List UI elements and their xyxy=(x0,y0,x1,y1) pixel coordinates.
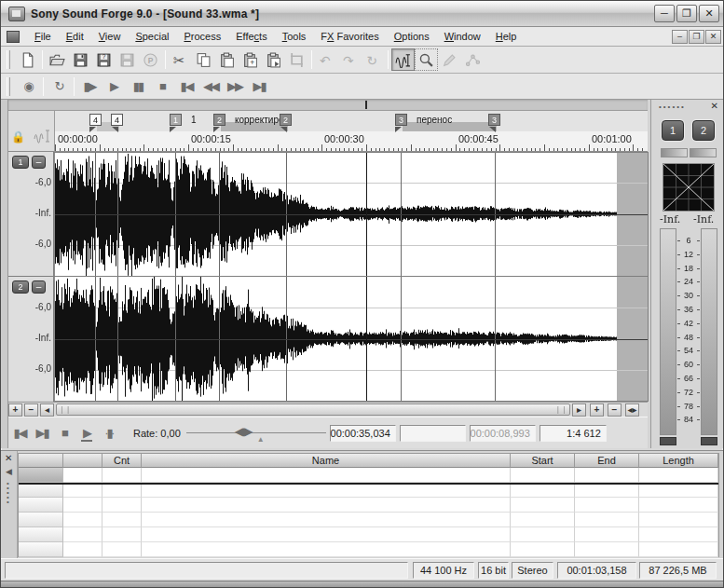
table-cell[interactable] xyxy=(19,468,63,483)
table-cell[interactable] xyxy=(575,513,639,527)
region-4-start-tag[interactable]: 4 xyxy=(89,114,102,126)
copy-icon[interactable] xyxy=(192,48,215,71)
menu-window[interactable]: Window xyxy=(437,28,488,45)
table-cell[interactable] xyxy=(511,483,575,498)
scrub-control-button[interactable]: ∙▮∙ xyxy=(98,423,120,444)
table-cell[interactable] xyxy=(63,513,102,527)
stop-button[interactable]: ■ xyxy=(150,76,174,97)
table-cell[interactable] xyxy=(63,542,102,557)
table-cell[interactable] xyxy=(142,513,511,527)
zoom-selection-button[interactable]: ◂▸ xyxy=(625,403,639,417)
table-cell[interactable] xyxy=(639,498,718,513)
paste-mix-icon[interactable] xyxy=(262,48,285,71)
zoom-in-time-button[interactable]: + xyxy=(590,403,604,417)
region-4-end-tag[interactable]: 4 xyxy=(111,114,123,126)
loop-playback-button[interactable]: ↻ xyxy=(47,76,71,97)
table-cell[interactable] xyxy=(102,527,142,542)
time-selection-display[interactable]: 00:00:08,993 xyxy=(470,425,536,442)
menu-file[interactable]: File xyxy=(27,28,59,45)
scroll-right-button[interactable]: ▸ xyxy=(572,403,586,417)
table-cell[interactable] xyxy=(575,542,639,557)
cut-icon[interactable]: ✂ xyxy=(169,48,192,71)
channel-1-minimize-button[interactable]: – xyxy=(32,156,46,169)
zoom-ratio-display[interactable]: 1:4 612 xyxy=(540,425,607,442)
lock-icon[interactable]: 🔒 xyxy=(11,130,25,144)
table-cell[interactable] xyxy=(142,527,511,542)
edit-tool-icon[interactable] xyxy=(391,48,415,71)
menu-effects[interactable]: Effects xyxy=(228,28,274,45)
paste-new-icon[interactable]: + xyxy=(239,48,262,71)
time-ruler[interactable]: 00:00:0000:00:1500:00:3000:00:4500:01:00 xyxy=(54,131,648,152)
play-button[interactable]: ▶ xyxy=(102,76,126,97)
rate-slider[interactable]: ◀◆▶▲ xyxy=(186,423,326,444)
region-3-end-tag[interactable]: 3 xyxy=(488,114,500,126)
table-cell[interactable] xyxy=(19,527,63,542)
table-cell[interactable] xyxy=(639,542,718,557)
doc-minimize-button[interactable]: – xyxy=(672,30,688,44)
menu-fx-favorites[interactable]: FX Favorites xyxy=(313,28,386,45)
table-cell[interactable] xyxy=(63,527,102,542)
menu-process[interactable]: Process xyxy=(176,28,228,45)
table-cell[interactable] xyxy=(63,468,102,483)
channel-divider[interactable] xyxy=(8,276,648,277)
open-icon[interactable] xyxy=(46,48,69,71)
panel-grip[interactable]: •••••• xyxy=(659,103,686,111)
magnify-icon[interactable] xyxy=(415,48,438,71)
doc-close-button[interactable]: ✕ xyxy=(705,30,721,44)
regions-grip[interactable]: ••••• xyxy=(7,481,9,504)
region-3-start-tag[interactable]: 3 xyxy=(395,114,407,126)
table-cell[interactable] xyxy=(102,542,142,557)
table-cell[interactable] xyxy=(511,527,575,542)
toolbar-grip[interactable] xyxy=(7,50,10,69)
table-cell[interactable] xyxy=(102,513,142,527)
rewind-button[interactable]: ◀◀ xyxy=(198,76,223,97)
channel-2-minimize-button[interactable]: – xyxy=(32,280,46,294)
maximize-button[interactable]: ❐ xyxy=(676,5,697,22)
menu-options[interactable]: Options xyxy=(387,28,437,45)
meter-channel-2-button[interactable]: 2 xyxy=(692,120,715,141)
column-header-Cnt[interactable]: Cnt xyxy=(102,454,142,468)
column-header-Start[interactable]: Start xyxy=(511,454,575,468)
pause-button[interactable]: ▮▮ xyxy=(126,76,150,97)
table-cell[interactable] xyxy=(639,468,718,483)
time-box2-display[interactable] xyxy=(400,425,466,442)
edit-tool-icon[interactable] xyxy=(33,129,51,144)
panel-close-icon[interactable]: ✕ xyxy=(711,101,718,111)
table-cell[interactable] xyxy=(102,468,142,483)
zoom-out-time-button[interactable]: − xyxy=(608,403,622,417)
column-header-Name[interactable]: Name xyxy=(142,454,511,468)
go-to-start-button[interactable]: ▮◀ xyxy=(174,76,198,97)
time-position-display[interactable]: 00:00:35,034 xyxy=(330,425,396,442)
menu-edit[interactable]: Edit xyxy=(59,28,91,45)
table-cell[interactable] xyxy=(102,498,142,513)
channel-2-button[interactable]: 2 xyxy=(12,280,29,294)
scrollbar-thumb[interactable] xyxy=(56,403,570,416)
table-cell[interactable] xyxy=(19,542,63,557)
paste-icon[interactable] xyxy=(215,48,239,71)
table-cell[interactable] xyxy=(639,483,718,498)
column-header-blank-0[interactable] xyxy=(19,454,63,468)
table-cell[interactable] xyxy=(511,498,575,513)
zoom-out-vertical-button[interactable]: − xyxy=(24,403,38,417)
play-all-button[interactable]: ▮▶ xyxy=(77,76,102,97)
transport-grip[interactable] xyxy=(7,77,10,96)
go-to-start-button[interactable]: ▮◀ xyxy=(8,423,31,444)
pencil-icon[interactable] xyxy=(438,48,461,71)
close-button[interactable]: ✕ xyxy=(699,5,719,22)
forward-button[interactable]: ▶▶ xyxy=(223,76,247,97)
channel-1-waveform[interactable] xyxy=(54,152,649,276)
menu-view[interactable]: View xyxy=(91,28,129,45)
overview-bar[interactable] xyxy=(8,100,648,111)
trim-icon[interactable] xyxy=(285,48,308,71)
undo-icon[interactable]: ↶ xyxy=(315,48,338,71)
region-2-start-tag[interactable]: 2 xyxy=(213,114,225,126)
overview-cursor[interactable] xyxy=(365,101,367,109)
table-cell[interactable] xyxy=(102,483,142,498)
redo-icon[interactable]: ↷ xyxy=(338,48,362,71)
save-icon[interactable] xyxy=(69,48,92,71)
column-header-End[interactable]: End xyxy=(575,454,639,468)
table-cell[interactable] xyxy=(575,527,639,542)
table-cell[interactable] xyxy=(63,483,102,498)
menu-special[interactable]: Special xyxy=(128,28,176,45)
go-to-end-button[interactable]: ▶▮ xyxy=(247,76,271,97)
